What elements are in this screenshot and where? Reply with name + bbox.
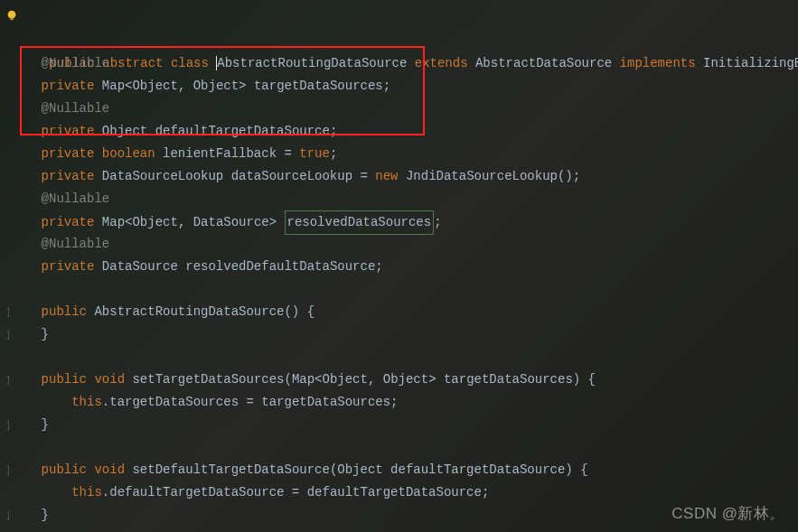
semicolon: ; [434, 215, 441, 229]
code-line[interactable]: public abstract class AbstractRoutingDat… [4, 30, 798, 52]
code-line[interactable]: @Nullable [4, 188, 798, 210]
type-param: Object [383, 372, 428, 387]
comma: , [368, 372, 383, 387]
brace: { [307, 304, 315, 319]
annotation: @Nullable [42, 237, 110, 251]
code-line[interactable]: ] } [4, 323, 798, 346]
type: DataSourceLookup [102, 169, 223, 183]
keyword-new: new [375, 169, 398, 183]
type-param: Object [132, 79, 177, 93]
type: Map [102, 215, 125, 229]
angle-bracket: < [315, 372, 322, 387]
comma: , [178, 215, 193, 229]
code-line[interactable]: @Nullable [4, 98, 798, 120]
svg-rect-1 [10, 18, 14, 21]
angle-bracket: > [239, 79, 246, 93]
keyword-void: void [94, 372, 125, 387]
keyword-private: private [42, 259, 95, 274]
fold-marker[interactable]: ] [4, 505, 11, 527]
keyword-class: class [171, 56, 209, 70]
annotation: @Nullable [42, 56, 110, 70]
code-editor[interactable]: public abstract class AbstractRoutingDat… [0, 0, 798, 527]
keyword-true: true [299, 146, 330, 161]
keyword-boolean: boolean [102, 146, 155, 161]
field-name: resolvedDefaultDataSource [185, 259, 375, 274]
code-line[interactable]: ] } [4, 414, 798, 436]
constructor-name: AbstractRoutingDataSource() [94, 304, 299, 319]
keyword-implements: implements [620, 56, 696, 70]
annotation: @Nullable [42, 101, 110, 116]
semicolon: ; [573, 169, 580, 183]
code-line[interactable]: @Nullable [4, 233, 798, 256]
equals: = [239, 395, 261, 409]
equals: = [360, 169, 367, 183]
value: defaultTargetDataSource [307, 485, 482, 499]
code-line[interactable]: private DataSource resolvedDefaultDataSo… [4, 256, 798, 278]
keyword-abstract: abstract [102, 56, 163, 70]
semicolon: ; [375, 259, 382, 274]
code-line[interactable]: ] public void setTargetDataSources(Map<O… [4, 369, 798, 391]
comma: , [178, 79, 193, 93]
code-line[interactable]: this.defaultTargetDataSource = defaultTa… [4, 481, 798, 504]
fold-marker[interactable]: ] [4, 415, 11, 437]
keyword-extends: extends [415, 56, 468, 70]
semicolon: ; [383, 79, 390, 93]
fold-marker[interactable]: ] [4, 369, 11, 392]
code-line[interactable]: this.targetDataSources = targetDataSourc… [4, 391, 798, 414]
method-name: setDefaultTargetDataSource(Object defaul… [132, 462, 572, 477]
equals: = [284, 146, 291, 161]
code-line-blank[interactable] [4, 278, 798, 301]
fold-marker[interactable]: ] [4, 324, 11, 347]
interface: InitializingBean [703, 56, 798, 70]
code-line[interactable]: private boolean lenientFallback = true; [4, 143, 798, 165]
dot: . [102, 395, 109, 409]
semicolon: ; [390, 395, 398, 409]
value: targetDataSources [261, 395, 390, 409]
code-line[interactable]: ] public AbstractRoutingDataSource() { [4, 301, 798, 323]
keyword-this: this [71, 395, 102, 409]
highlighted-field: resolvedDataSources [285, 210, 435, 235]
code-line[interactable]: private DataSourceLookup dataSourceLooku… [4, 165, 798, 188]
keyword-public: public [42, 304, 87, 319]
code-line-blank[interactable] [4, 436, 798, 459]
keyword-void: void [94, 462, 125, 477]
code-line[interactable]: ] public void setDefaultTargetDataSource… [4, 459, 798, 481]
fold-marker[interactable]: ] [4, 302, 11, 324]
type-param: DataSource [193, 215, 269, 229]
code-line[interactable]: private Map<Object, DataSource> resolved… [4, 210, 798, 233]
semicolon: ; [482, 485, 489, 499]
equals: = [284, 485, 306, 499]
type: DataSource [102, 259, 178, 274]
field-name: dataSourceLookup [231, 169, 352, 183]
angle-bracket: > [269, 215, 277, 229]
field-ref: defaultTargetDataSource [109, 485, 284, 499]
superclass: AbstractDataSource [475, 56, 612, 70]
brace: } [42, 417, 49, 432]
type-param: Object [132, 215, 177, 229]
keyword-private: private [42, 169, 95, 183]
field-ref: targetDataSources [109, 395, 239, 409]
fold-marker[interactable]: ] [4, 460, 11, 482]
code-line[interactable]: private Object defaultTargetDataSource; [4, 120, 798, 143]
code-line-blank[interactable] [4, 346, 798, 369]
brace: } [42, 327, 49, 341]
constructor-call: JndiDataSourceLookup() [406, 169, 573, 183]
watermark: CSDN @新林。 [671, 502, 785, 525]
keyword-private: private [42, 124, 95, 138]
angle-bracket: > [428, 372, 436, 387]
field-name: targetDataSources [254, 79, 383, 93]
semicolon: ; [330, 124, 337, 138]
type: Object [102, 124, 147, 138]
field-name: defaultTargetDataSource [155, 124, 330, 138]
type: Map [102, 79, 125, 93]
brace: { [580, 462, 587, 477]
type-param: Object [323, 372, 368, 387]
keyword-public: public [42, 462, 87, 477]
bulb-icon[interactable] [5, 7, 18, 20]
dot: . [102, 485, 109, 499]
type-param: Object [193, 79, 239, 93]
annotation: @Nullable [42, 191, 110, 206]
field-name: lenientFallback [163, 146, 277, 161]
svg-point-0 [8, 11, 16, 19]
keyword-public: public [42, 372, 87, 387]
